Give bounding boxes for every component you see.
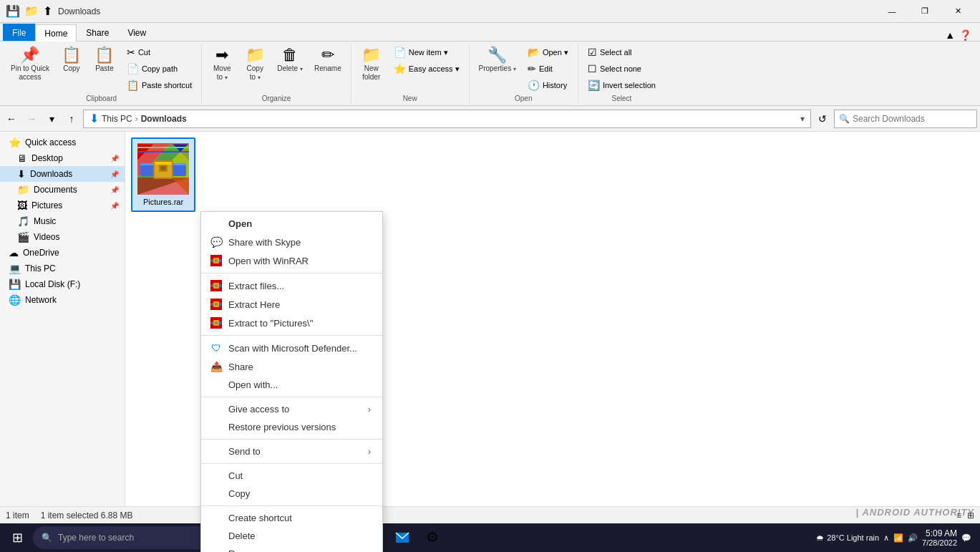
ribbon-tabs: File Home Share View ▲ ❓ bbox=[0, 23, 980, 42]
sidebar-item-onedrive[interactable]: ☁ OneDrive bbox=[0, 245, 125, 261]
address-box[interactable]: ⬇ This PC › Downloads ▾ bbox=[83, 110, 811, 128]
sidebar-label-pictures: Pictures bbox=[31, 200, 62, 210]
ctx-restore-versions-label: Restore previous versions bbox=[228, 422, 336, 432]
ctx-open[interactable]: Open bbox=[201, 215, 382, 233]
weather-text: 28°C Light rain bbox=[827, 533, 879, 542]
refresh-button[interactable]: ↺ bbox=[814, 110, 831, 127]
history-dropdown-button[interactable]: ▾ bbox=[43, 110, 60, 127]
ctx-extract-here[interactable]: Extract Here bbox=[201, 295, 382, 314]
tab-file[interactable]: File bbox=[3, 24, 35, 41]
move-icon: ➡ bbox=[215, 47, 228, 63]
localdisk-icon: 💾 bbox=[9, 279, 21, 290]
new-item-button[interactable]: 📄 New item ▾ bbox=[389, 44, 465, 60]
breadcrumb-thispc[interactable]: This PC bbox=[102, 114, 132, 124]
sidebar-item-quickaccess[interactable]: ⭐ Quick access bbox=[0, 135, 125, 150]
help-button[interactable]: ❓ bbox=[959, 29, 971, 41]
invert-selection-button[interactable]: 🔄 Invert selection bbox=[583, 77, 661, 93]
ctx-send-to[interactable]: Send to › bbox=[201, 442, 382, 460]
close-button[interactable]: ✕ bbox=[941, 0, 974, 23]
breadcrumb-downloads[interactable]: Downloads bbox=[141, 114, 187, 124]
view-toggle-list-icon[interactable]: ≡ bbox=[956, 510, 961, 520]
sidebar-item-downloads[interactable]: ⬇ Downloads 📌 bbox=[0, 166, 125, 182]
ctx-scan-defender[interactable]: 🛡 Scan with Microsoft Defender... bbox=[201, 339, 382, 357]
sidebar-item-pictures[interactable]: 🖼 Pictures 📌 bbox=[0, 198, 125, 213]
back-button[interactable]: ← bbox=[3, 110, 20, 127]
sidebar-label-music: Music bbox=[34, 216, 56, 226]
status-right: ≡ ⊞ bbox=[956, 510, 974, 520]
sidebar-item-videos[interactable]: 🎬 Videos bbox=[0, 229, 125, 245]
select-all-button[interactable]: ☑ Select all bbox=[583, 44, 661, 60]
ctx-give-access[interactable]: Give access to › bbox=[201, 400, 382, 418]
taskbar-app-settings[interactable]: ⚙ bbox=[418, 523, 447, 552]
tray-expand-icon[interactable]: ∧ bbox=[883, 533, 889, 543]
ctx-extract-to[interactable]: Extract to "Pictures\" bbox=[201, 314, 382, 332]
sidebar-item-network[interactable]: 🌐 Network bbox=[0, 292, 125, 308]
paste-button[interactable]: 📋 Paste bbox=[89, 44, 120, 76]
tab-home[interactable]: Home bbox=[35, 24, 77, 42]
pin-quickaccess-button[interactable]: 📌 Pin to Quickaccess bbox=[6, 44, 54, 84]
send-to-arrow-icon: › bbox=[368, 447, 371, 457]
volume-tray-icon[interactable]: 🔊 bbox=[908, 533, 918, 543]
copy-path-button[interactable]: 📄 Copy path bbox=[122, 61, 197, 77]
new-folder-button[interactable]: 📁 Newfolder bbox=[356, 44, 387, 84]
file-item-picturesrar[interactable]: Pictures.rar bbox=[131, 137, 195, 212]
sidebar-item-localdisk[interactable]: 💾 Local Disk (F:) bbox=[0, 276, 125, 292]
documents-icon: 📁 bbox=[17, 184, 29, 195]
taskbar-app-mail[interactable] bbox=[388, 523, 417, 552]
up-button[interactable]: ↑ bbox=[63, 110, 80, 127]
copy-to-button[interactable]: 📁 Copyto ▾ bbox=[239, 44, 271, 84]
ctx-rename[interactable]: Rename bbox=[201, 545, 382, 552]
forward-button[interactable]: → bbox=[23, 110, 40, 127]
maximize-button[interactable]: ❐ bbox=[908, 0, 941, 23]
ctx-copy[interactable]: Copy bbox=[201, 485, 382, 503]
ctx-delete[interactable]: Delete bbox=[201, 527, 382, 545]
cut-button[interactable]: ✂ Cut bbox=[122, 44, 197, 60]
ctx-open-with[interactable]: Open with... bbox=[201, 376, 382, 394]
ctx-extract-files[interactable]: Extract files... bbox=[201, 276, 382, 295]
view-toggle-grid-icon[interactable]: ⊞ bbox=[967, 510, 974, 520]
breadcrumb-sep1: › bbox=[135, 114, 138, 124]
paste-icon: 📋 bbox=[94, 47, 114, 63]
sidebar-label-localdisk: Local Disk (F:) bbox=[25, 279, 80, 289]
open-button[interactable]: 📂 Open ▾ bbox=[523, 44, 573, 60]
start-button[interactable]: ⊞ bbox=[3, 523, 31, 552]
network-tray-icon[interactable]: 📶 bbox=[893, 533, 903, 543]
tab-share[interactable]: Share bbox=[77, 24, 118, 41]
onedrive-icon: ☁ bbox=[9, 247, 19, 258]
downloads-icon: ⬇ bbox=[17, 168, 26, 180]
sidebar-item-desktop[interactable]: 🖥 Desktop 📌 bbox=[0, 150, 125, 166]
organize-items: ➡ Moveto ▾ 📁 Copyto ▾ 🗑 Delete ▾ ✏ Renam… bbox=[206, 44, 346, 93]
delete-button[interactable]: 🗑 Delete ▾ bbox=[272, 44, 308, 76]
ctx-create-shortcut[interactable]: Create shortcut bbox=[201, 509, 382, 527]
search-box[interactable]: 🔍 bbox=[834, 110, 977, 128]
ctx-open-winrar[interactable]: Open with WinRAR bbox=[201, 251, 382, 270]
minimize-button[interactable]: — bbox=[875, 0, 908, 23]
rename-button[interactable]: ✏ Rename bbox=[309, 44, 346, 76]
taskbar-right: 🌧 28°C Light rain ∧ 📶 🔊 5:09 AM 7/28/202… bbox=[816, 528, 977, 547]
edit-button[interactable]: ✏ Edit bbox=[523, 61, 573, 77]
history-button[interactable]: 🕐 History bbox=[523, 77, 573, 93]
ctx-cut[interactable]: Cut bbox=[201, 467, 382, 485]
title-bar: 💾 📁 ⬆ Downloads — ❐ ✕ bbox=[0, 0, 980, 23]
ribbon-collapse-button[interactable]: ▲ bbox=[945, 29, 955, 41]
move-to-button[interactable]: ➡ Moveto ▾ bbox=[206, 44, 238, 84]
copy-button[interactable]: 📋 Copy bbox=[56, 44, 87, 76]
sidebar-item-thispc[interactable]: 💻 This PC bbox=[0, 261, 125, 276]
easy-access-button[interactable]: ⭐ Easy access ▾ bbox=[389, 61, 465, 77]
sidebar-item-music[interactable]: 🎵 Music bbox=[0, 213, 125, 229]
ctx-share[interactable]: 📤 Share bbox=[201, 357, 382, 376]
select-none-button[interactable]: ☐ Select none bbox=[583, 61, 661, 77]
sidebar-item-documents[interactable]: 📁 Documents 📌 bbox=[0, 182, 125, 198]
ctx-extract-files-label: Extract files... bbox=[228, 281, 284, 291]
ctx-send-to-label: Send to bbox=[228, 446, 261, 457]
ctx-restore-versions[interactable]: Restore previous versions bbox=[201, 418, 382, 436]
taskbar-clock[interactable]: 5:09 AM 7/28/2022 bbox=[922, 528, 957, 547]
properties-button[interactable]: 🔧 Properties ▾ bbox=[474, 44, 521, 76]
address-dropdown[interactable]: ▾ bbox=[800, 114, 805, 124]
ctx-create-shortcut-label: Create shortcut bbox=[228, 513, 292, 523]
ctx-share-skype[interactable]: 💬 Share with Skype bbox=[201, 233, 382, 251]
notification-icon[interactable]: 💬 bbox=[961, 533, 971, 543]
tab-view[interactable]: View bbox=[118, 24, 155, 41]
search-input[interactable] bbox=[853, 114, 972, 124]
paste-shortcut-button[interactable]: 📋 Paste shortcut bbox=[122, 77, 197, 93]
